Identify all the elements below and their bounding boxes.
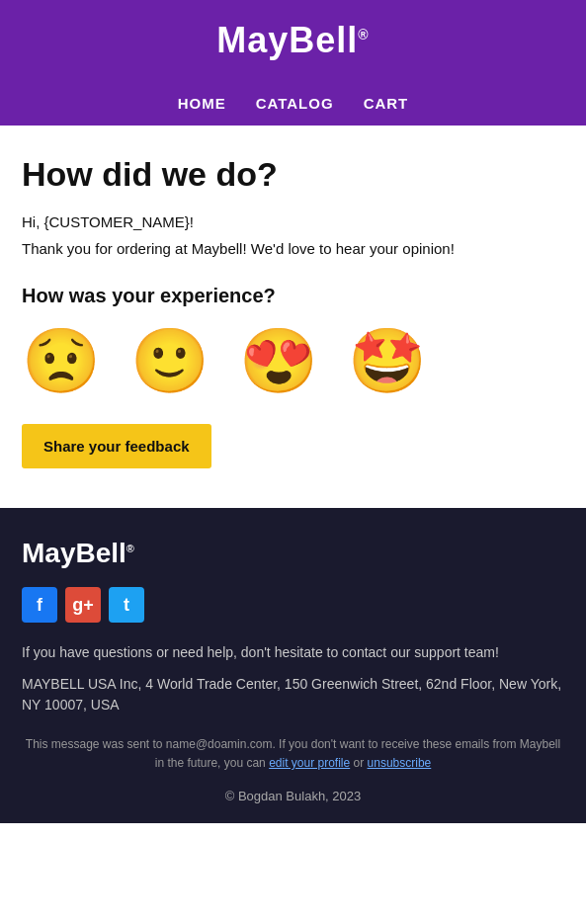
google-plus-icon[interactable]: g+ [65, 587, 101, 623]
footer: MayBell® f g+ t If you have questions or… [0, 508, 586, 823]
emoji-heart-eyes[interactable]: 😍 [239, 329, 318, 392]
main-content: How did we do? Hi, {CUSTOMER_NAME}! Than… [0, 126, 586, 508]
footer-message: This message was sent to name@doamin.com… [22, 735, 564, 773]
nav-catalog[interactable]: CATALOG [256, 95, 334, 112]
footer-logo: MayBell® [22, 538, 564, 569]
logo: MayBell® [216, 20, 369, 61]
experience-question: How was your experience? [22, 285, 564, 307]
nav-home[interactable]: HOME [178, 95, 226, 112]
emoji-rating: 😟 🙂 😍 🤩 [22, 329, 564, 392]
thank-you-text: Thank you for ordering at Maybell! We'd … [22, 240, 564, 257]
unsubscribe-link[interactable]: unsubscribe [368, 756, 432, 770]
facebook-icon[interactable]: f [22, 587, 57, 623]
copyright-text: © Bogdan Bulakh, 2023 [22, 789, 564, 803]
header: MayBell® HOME CATALOG CART [0, 0, 586, 126]
emoji-neutral[interactable]: 🙂 [130, 329, 209, 392]
edit-profile-link[interactable]: edit your profile [269, 756, 350, 770]
page-title: How did we do? [22, 155, 564, 194]
social-icons: f g+ t [22, 587, 564, 623]
emoji-star-struck[interactable]: 🤩 [348, 329, 427, 392]
greeting-text: Hi, {CUSTOMER_NAME}! [22, 213, 564, 230]
share-feedback-button[interactable]: Share your feedback [22, 424, 211, 468]
nav-cart[interactable]: CART [364, 95, 409, 112]
emoji-sad[interactable]: 😟 [22, 329, 101, 392]
footer-address: MAYBELL USA Inc, 4 World Trade Center, 1… [22, 674, 564, 715]
support-text: If you have questions or need help, don'… [22, 644, 564, 660]
twitter-icon[interactable]: t [109, 587, 144, 623]
navigation: HOME CATALOG CART [178, 81, 409, 126]
